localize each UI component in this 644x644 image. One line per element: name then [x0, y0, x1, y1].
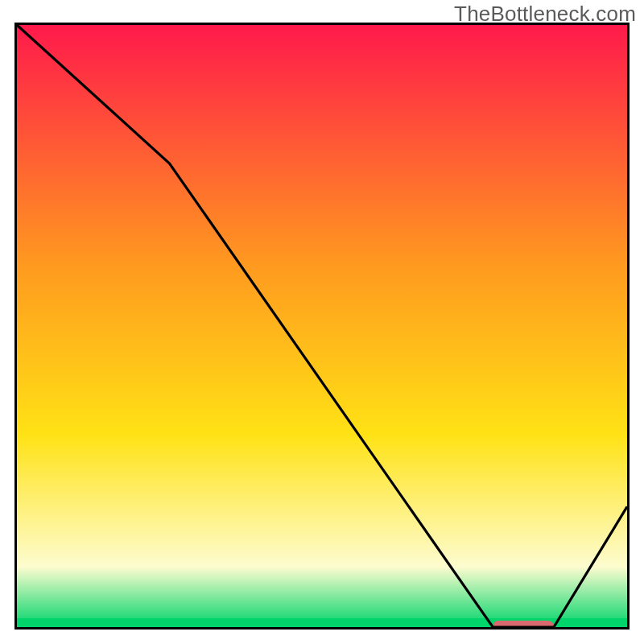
- plot-area: [14, 23, 630, 630]
- gradient-background: [17, 25, 627, 627]
- chart-stage: TheBottleneck.com: [0, 0, 644, 644]
- plot-svg: [14, 23, 630, 630]
